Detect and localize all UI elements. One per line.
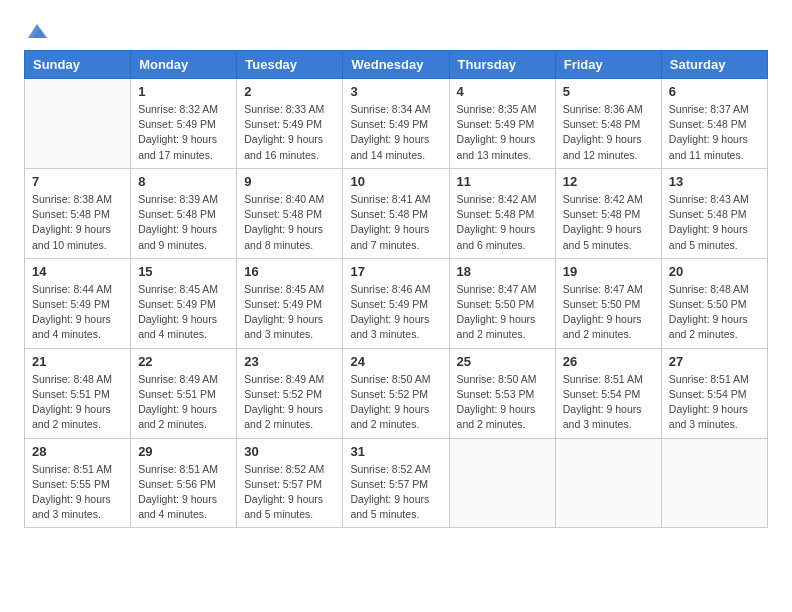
day-info: Sunrise: 8:40 AMSunset: 5:48 PMDaylight:… xyxy=(244,192,335,253)
calendar-cell: 2Sunrise: 8:33 AMSunset: 5:49 PMDaylight… xyxy=(237,79,343,169)
day-info: Sunrise: 8:36 AMSunset: 5:48 PMDaylight:… xyxy=(563,102,654,163)
calendar-cell: 20Sunrise: 8:48 AMSunset: 5:50 PMDayligh… xyxy=(661,258,767,348)
calendar-cell: 29Sunrise: 8:51 AMSunset: 5:56 PMDayligh… xyxy=(131,438,237,528)
day-number: 30 xyxy=(244,444,335,459)
calendar-week-4: 21Sunrise: 8:48 AMSunset: 5:51 PMDayligh… xyxy=(25,348,768,438)
day-info: Sunrise: 8:39 AMSunset: 5:48 PMDaylight:… xyxy=(138,192,229,253)
calendar-table: SundayMondayTuesdayWednesdayThursdayFrid… xyxy=(24,50,768,528)
day-info: Sunrise: 8:52 AMSunset: 5:57 PMDaylight:… xyxy=(244,462,335,523)
calendar-cell xyxy=(555,438,661,528)
day-number: 26 xyxy=(563,354,654,369)
calendar-cell: 11Sunrise: 8:42 AMSunset: 5:48 PMDayligh… xyxy=(449,168,555,258)
day-info: Sunrise: 8:51 AMSunset: 5:55 PMDaylight:… xyxy=(32,462,123,523)
day-info: Sunrise: 8:44 AMSunset: 5:49 PMDaylight:… xyxy=(32,282,123,343)
day-info: Sunrise: 8:47 AMSunset: 5:50 PMDaylight:… xyxy=(563,282,654,343)
day-info: Sunrise: 8:33 AMSunset: 5:49 PMDaylight:… xyxy=(244,102,335,163)
day-number: 16 xyxy=(244,264,335,279)
day-info: Sunrise: 8:32 AMSunset: 5:49 PMDaylight:… xyxy=(138,102,229,163)
day-number: 28 xyxy=(32,444,123,459)
calendar-cell: 16Sunrise: 8:45 AMSunset: 5:49 PMDayligh… xyxy=(237,258,343,348)
day-header-sunday: Sunday xyxy=(25,51,131,79)
day-info: Sunrise: 8:51 AMSunset: 5:54 PMDaylight:… xyxy=(563,372,654,433)
calendar-cell: 8Sunrise: 8:39 AMSunset: 5:48 PMDaylight… xyxy=(131,168,237,258)
calendar-cell: 12Sunrise: 8:42 AMSunset: 5:48 PMDayligh… xyxy=(555,168,661,258)
day-number: 4 xyxy=(457,84,548,99)
calendar-header-row: SundayMondayTuesdayWednesdayThursdayFrid… xyxy=(25,51,768,79)
day-number: 11 xyxy=(457,174,548,189)
day-info: Sunrise: 8:41 AMSunset: 5:48 PMDaylight:… xyxy=(350,192,441,253)
day-number: 5 xyxy=(563,84,654,99)
day-info: Sunrise: 8:51 AMSunset: 5:56 PMDaylight:… xyxy=(138,462,229,523)
calendar-cell: 19Sunrise: 8:47 AMSunset: 5:50 PMDayligh… xyxy=(555,258,661,348)
calendar-cell: 7Sunrise: 8:38 AMSunset: 5:48 PMDaylight… xyxy=(25,168,131,258)
day-info: Sunrise: 8:52 AMSunset: 5:57 PMDaylight:… xyxy=(350,462,441,523)
day-info: Sunrise: 8:50 AMSunset: 5:52 PMDaylight:… xyxy=(350,372,441,433)
day-number: 6 xyxy=(669,84,760,99)
calendar-cell: 4Sunrise: 8:35 AMSunset: 5:49 PMDaylight… xyxy=(449,79,555,169)
day-info: Sunrise: 8:51 AMSunset: 5:54 PMDaylight:… xyxy=(669,372,760,433)
day-number: 19 xyxy=(563,264,654,279)
day-info: Sunrise: 8:42 AMSunset: 5:48 PMDaylight:… xyxy=(563,192,654,253)
day-header-wednesday: Wednesday xyxy=(343,51,449,79)
calendar-cell: 18Sunrise: 8:47 AMSunset: 5:50 PMDayligh… xyxy=(449,258,555,348)
day-number: 31 xyxy=(350,444,441,459)
day-info: Sunrise: 8:47 AMSunset: 5:50 PMDaylight:… xyxy=(457,282,548,343)
day-number: 17 xyxy=(350,264,441,279)
day-info: Sunrise: 8:45 AMSunset: 5:49 PMDaylight:… xyxy=(138,282,229,343)
day-number: 27 xyxy=(669,354,760,369)
day-info: Sunrise: 8:38 AMSunset: 5:48 PMDaylight:… xyxy=(32,192,123,253)
logo xyxy=(24,20,48,40)
day-info: Sunrise: 8:49 AMSunset: 5:52 PMDaylight:… xyxy=(244,372,335,433)
day-number: 3 xyxy=(350,84,441,99)
day-number: 2 xyxy=(244,84,335,99)
day-info: Sunrise: 8:43 AMSunset: 5:48 PMDaylight:… xyxy=(669,192,760,253)
day-number: 7 xyxy=(32,174,123,189)
day-number: 15 xyxy=(138,264,229,279)
day-number: 22 xyxy=(138,354,229,369)
calendar-cell: 15Sunrise: 8:45 AMSunset: 5:49 PMDayligh… xyxy=(131,258,237,348)
page-header xyxy=(24,20,768,40)
calendar-week-1: 1Sunrise: 8:32 AMSunset: 5:49 PMDaylight… xyxy=(25,79,768,169)
day-info: Sunrise: 8:37 AMSunset: 5:48 PMDaylight:… xyxy=(669,102,760,163)
day-number: 24 xyxy=(350,354,441,369)
calendar-cell: 22Sunrise: 8:49 AMSunset: 5:51 PMDayligh… xyxy=(131,348,237,438)
calendar-cell: 24Sunrise: 8:50 AMSunset: 5:52 PMDayligh… xyxy=(343,348,449,438)
day-info: Sunrise: 8:49 AMSunset: 5:51 PMDaylight:… xyxy=(138,372,229,433)
day-number: 25 xyxy=(457,354,548,369)
day-number: 14 xyxy=(32,264,123,279)
day-number: 20 xyxy=(669,264,760,279)
day-header-thursday: Thursday xyxy=(449,51,555,79)
day-header-monday: Monday xyxy=(131,51,237,79)
calendar-cell: 27Sunrise: 8:51 AMSunset: 5:54 PMDayligh… xyxy=(661,348,767,438)
calendar-cell: 13Sunrise: 8:43 AMSunset: 5:48 PMDayligh… xyxy=(661,168,767,258)
calendar-cell: 6Sunrise: 8:37 AMSunset: 5:48 PMDaylight… xyxy=(661,79,767,169)
calendar-cell: 28Sunrise: 8:51 AMSunset: 5:55 PMDayligh… xyxy=(25,438,131,528)
day-number: 8 xyxy=(138,174,229,189)
day-number: 10 xyxy=(350,174,441,189)
calendar-cell: 21Sunrise: 8:48 AMSunset: 5:51 PMDayligh… xyxy=(25,348,131,438)
day-info: Sunrise: 8:35 AMSunset: 5:49 PMDaylight:… xyxy=(457,102,548,163)
calendar-cell: 10Sunrise: 8:41 AMSunset: 5:48 PMDayligh… xyxy=(343,168,449,258)
calendar-cell xyxy=(25,79,131,169)
calendar-cell: 5Sunrise: 8:36 AMSunset: 5:48 PMDaylight… xyxy=(555,79,661,169)
day-number: 29 xyxy=(138,444,229,459)
calendar-cell: 17Sunrise: 8:46 AMSunset: 5:49 PMDayligh… xyxy=(343,258,449,348)
calendar-cell: 3Sunrise: 8:34 AMSunset: 5:49 PMDaylight… xyxy=(343,79,449,169)
calendar-cell: 14Sunrise: 8:44 AMSunset: 5:49 PMDayligh… xyxy=(25,258,131,348)
calendar-cell: 9Sunrise: 8:40 AMSunset: 5:48 PMDaylight… xyxy=(237,168,343,258)
calendar-week-3: 14Sunrise: 8:44 AMSunset: 5:49 PMDayligh… xyxy=(25,258,768,348)
day-info: Sunrise: 8:48 AMSunset: 5:50 PMDaylight:… xyxy=(669,282,760,343)
calendar-cell: 1Sunrise: 8:32 AMSunset: 5:49 PMDaylight… xyxy=(131,79,237,169)
day-info: Sunrise: 8:42 AMSunset: 5:48 PMDaylight:… xyxy=(457,192,548,253)
calendar-week-2: 7Sunrise: 8:38 AMSunset: 5:48 PMDaylight… xyxy=(25,168,768,258)
day-header-saturday: Saturday xyxy=(661,51,767,79)
day-number: 1 xyxy=(138,84,229,99)
calendar-cell: 26Sunrise: 8:51 AMSunset: 5:54 PMDayligh… xyxy=(555,348,661,438)
calendar-cell: 30Sunrise: 8:52 AMSunset: 5:57 PMDayligh… xyxy=(237,438,343,528)
day-info: Sunrise: 8:46 AMSunset: 5:49 PMDaylight:… xyxy=(350,282,441,343)
calendar-cell xyxy=(449,438,555,528)
day-info: Sunrise: 8:50 AMSunset: 5:53 PMDaylight:… xyxy=(457,372,548,433)
day-header-tuesday: Tuesday xyxy=(237,51,343,79)
day-number: 18 xyxy=(457,264,548,279)
day-number: 9 xyxy=(244,174,335,189)
